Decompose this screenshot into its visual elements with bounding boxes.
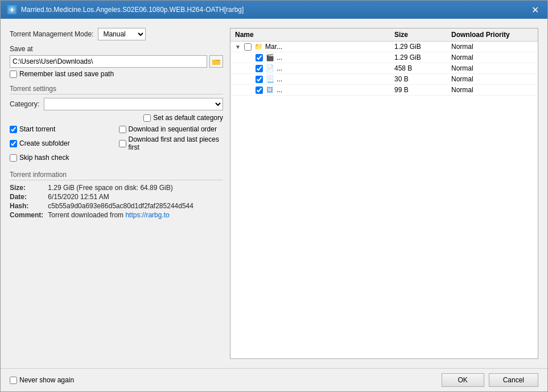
torrent-settings-header: Torrent settings — [10, 85, 223, 94]
hash-label: Hash: — [10, 202, 43, 210]
comment-label: Comment: — [10, 211, 43, 219]
category-select[interactable] — [44, 98, 223, 110]
date-value: 6/15/2020 12:51 AM — [48, 193, 223, 201]
category-row: Category: — [10, 98, 223, 110]
close-button[interactable]: ✕ — [529, 4, 541, 15]
torrent-management-select[interactable]: Manual Automatic — [98, 28, 146, 40]
file-checkbox[interactable] — [256, 76, 263, 83]
comment-link[interactable]: https://rarbg.to — [125, 211, 169, 219]
file-name-cell: ▼ 📁 Mar... — [235, 43, 394, 51]
start-torrent-row: Start torrent — [10, 125, 114, 133]
cancel-button[interactable]: Cancel — [489, 373, 538, 387]
start-torrent-checkbox[interactable] — [10, 126, 17, 133]
table-row[interactable]: 📄 ... 458 B Normal — [230, 63, 538, 74]
save-at-row — [10, 55, 223, 68]
info-table: Size: 1.29 GiB (Free space on disk: 64.8… — [10, 184, 223, 219]
file-checkbox[interactable] — [244, 43, 252, 51]
col-size-header: Size — [394, 31, 451, 39]
expand-icon[interactable]: ▼ — [235, 44, 242, 50]
category-label: Category: — [10, 100, 39, 108]
first-last-pieces-checkbox[interactable] — [119, 140, 126, 147]
remember-path-row: Remember last used save path — [10, 70, 223, 78]
file-name: ... — [277, 64, 282, 72]
nfo-icon: 📄 — [265, 64, 274, 72]
file-name: ... — [277, 75, 282, 83]
never-show-label: Never show again — [19, 376, 74, 384]
table-row[interactable]: 📃 ... 30 B Normal — [230, 74, 538, 85]
remember-path-checkbox[interactable] — [10, 71, 17, 78]
set-default-checkbox[interactable] — [143, 114, 151, 122]
torrent-info-header: Torrent information — [10, 171, 223, 180]
file-size: 99 B — [394, 86, 451, 94]
size-value: 1.29 GiB (Free space on disk: 64.89 GiB) — [48, 184, 223, 192]
skip-hash-checkbox[interactable] — [10, 154, 17, 162]
dialog-footer: Never show again OK Cancel — [1, 368, 547, 391]
save-path-input[interactable] — [10, 55, 207, 68]
col-priority-header: Download Priority — [451, 31, 531, 39]
file-checkbox[interactable] — [256, 86, 263, 94]
file-priority: Normal — [451, 53, 531, 61]
col-name-header: Name — [235, 31, 394, 39]
video-icon: 🎬 — [265, 53, 274, 61]
file-checkbox[interactable] — [256, 65, 263, 72]
torrent-management-label: Torrent Management Mode: — [10, 30, 93, 38]
create-subfolder-label: Create subfolder — [19, 139, 70, 147]
ok-button[interactable]: OK — [442, 373, 484, 387]
date-label: Date: — [10, 193, 43, 201]
comment-value: Torrent downloaded from https://rarbg.to — [48, 211, 223, 219]
set-default-row: Set as default category — [10, 114, 223, 122]
footer-right: OK Cancel — [442, 373, 538, 387]
dialog-window: Married.to.Medicine.Los.Angeles.S02E06.1… — [0, 0, 548, 392]
dialog-content: Torrent Management Mode: Manual Automati… — [1, 19, 547, 368]
left-panel: Torrent Management Mode: Manual Automati… — [10, 28, 223, 359]
file-size: 458 B — [394, 64, 451, 72]
file-priority: Normal — [451, 43, 531, 51]
footer-left: Never show again — [10, 376, 74, 384]
size-label: Size: — [10, 184, 43, 192]
skip-hash-label: Skip hash check — [19, 154, 69, 162]
file-priority: Normal — [451, 86, 531, 94]
torrent-settings-section: Torrent settings Category: Set as defaul… — [10, 82, 223, 162]
first-last-pieces-row: Download first and last pieces first — [119, 135, 224, 151]
file-name-cell: 🎬 ... — [235, 53, 394, 61]
table-row[interactable]: 🎬 ... 1.29 GiB Normal — [230, 52, 538, 63]
hash-value: c5b55a9d0a693e86d5ac80d1df2faf285244d544 — [48, 202, 223, 210]
sequential-download-checkbox[interactable] — [119, 126, 126, 133]
skip-hash-row: Skip hash check — [10, 154, 114, 162]
title-bar: Married.to.Medicine.Los.Angeles.S02E06.1… — [1, 1, 547, 19]
comment-text: Torrent downloaded from — [48, 211, 125, 219]
create-subfolder-checkbox[interactable] — [10, 140, 17, 147]
torrent-management-row: Torrent Management Mode: Manual Automati… — [10, 28, 223, 40]
file-tree-header: Name Size Download Priority — [230, 28, 538, 42]
file-name-cell: 📄 ... — [235, 64, 394, 72]
file-size: 1.29 GiB — [394, 53, 451, 61]
file-priority: Normal — [451, 75, 531, 83]
sequential-download-row: Download in sequential order — [119, 125, 224, 133]
svg-rect-2 — [212, 60, 216, 61]
category-input-row: Category: — [10, 98, 223, 110]
file-name-cell: 🖼 ... — [235, 86, 394, 94]
checkboxes-grid: Start torrent Download in sequential ord… — [10, 125, 223, 162]
remember-path-label: Remember last used save path — [19, 70, 114, 78]
browse-folder-button[interactable] — [209, 55, 223, 68]
set-default-label: Set as default category — [153, 114, 223, 122]
dialog-title: Married.to.Medicine.Los.Angeles.S02E06.1… — [21, 6, 244, 14]
table-row[interactable]: 🖼 ... 99 B Normal — [230, 85, 538, 96]
save-at-label: Save at — [10, 45, 223, 53]
first-last-pieces-label: Download first and last pieces first — [129, 135, 224, 151]
folder-icon: 📁 — [254, 43, 263, 51]
txt-icon: 📃 — [265, 75, 274, 83]
file-checkbox[interactable] — [256, 54, 263, 61]
app-icon — [7, 5, 17, 14]
file-size: 30 B — [394, 75, 451, 83]
img-icon: 🖼 — [265, 86, 274, 94]
table-row[interactable]: ▼ 📁 Mar... 1.29 GiB Normal — [230, 42, 538, 52]
title-bar-left: Married.to.Medicine.Los.Angeles.S02E06.1… — [7, 5, 244, 14]
file-name-cell: 📃 ... — [235, 75, 394, 83]
file-size: 1.29 GiB — [394, 43, 451, 51]
file-name: Mar... — [265, 43, 282, 51]
save-at-section: Save at Remember last used save path — [10, 45, 223, 78]
sequential-download-label: Download in sequential order — [129, 125, 217, 133]
svg-rect-3 — [212, 61, 220, 65]
never-show-checkbox[interactable] — [10, 377, 17, 384]
